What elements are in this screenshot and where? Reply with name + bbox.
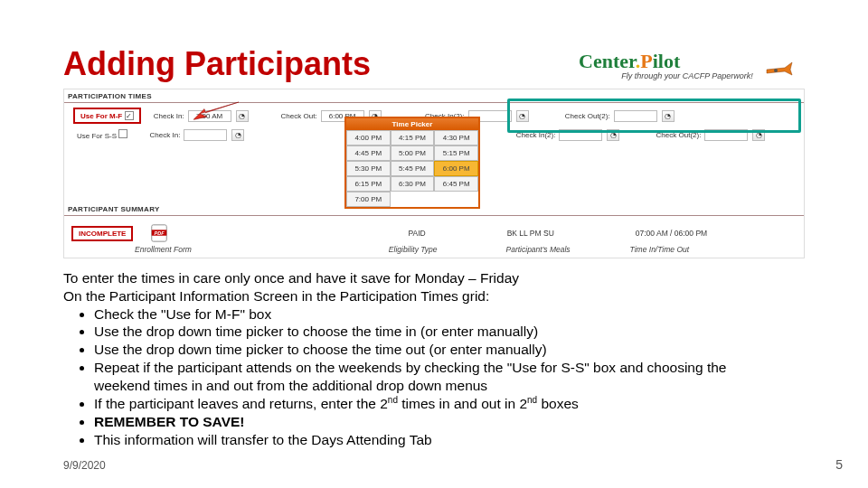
timeinout-value: 07:00 AM / 06:00 PM: [636, 229, 707, 238]
footer-page-number: 5: [835, 457, 843, 472]
enroll-col: Enrollment Form: [135, 245, 192, 254]
use-mf-label: Use For M-F: [80, 112, 122, 120]
time-picker-cell[interactable]: 5:15 PM: [434, 145, 478, 161]
time-picker-cell[interactable]: 4:30 PM: [434, 130, 478, 145]
clock-icon[interactable]: ◔: [231, 129, 244, 141]
time-picker-cell[interactable]: 6:45 PM: [434, 176, 478, 192]
svg-point-0: [774, 69, 778, 72]
app-screenshot: PARTICIPATION TIMES Use For M-F ✓ Check …: [63, 89, 805, 258]
use-mf-checkbox[interactable]: ✓: [125, 111, 134, 120]
slide: Adding Participants Center.Pilot Fly thr…: [0, 0, 868, 488]
highlight-box: [507, 99, 801, 133]
time-picker-cell[interactable]: 6:00 PM: [434, 161, 478, 176]
meals-value: BK LL PM SU: [507, 229, 554, 238]
checkout-label-1: Check Out:: [278, 112, 317, 120]
pdf-icon[interactable]: PDF: [149, 223, 169, 243]
time-picker-cell[interactable]: 7:00 PM: [346, 192, 391, 207]
bullet-6: REMEMBER TO SAVE!: [94, 413, 805, 431]
bullet-2: Use the drop down time picker to choose …: [94, 323, 805, 341]
svg-text:PDF: PDF: [155, 230, 165, 236]
time-picker-cell[interactable]: 5:45 PM: [391, 161, 435, 176]
time-picker-cell[interactable]: 5:30 PM: [346, 161, 391, 176]
time-picker-cell[interactable]: 4:45 PM: [346, 145, 391, 161]
bullet-5: If the participant leaves and returns, e…: [94, 395, 805, 413]
footer-date: 9/9/2020: [63, 459, 106, 472]
timeinout-col: Time In/Time Out: [630, 245, 690, 254]
status-incomplete: INCOMPLETE: [71, 226, 133, 241]
use-ss-checkbox[interactable]: [118, 129, 127, 138]
bullet-1: Check the "Use for M-F" box: [94, 305, 805, 324]
checkin-label-2: Check In:: [140, 131, 180, 139]
paid-label: PAID: [408, 229, 425, 238]
brand-logo: Center.Pilot Fly through your CACFP Pape…: [579, 50, 796, 86]
time-picker-title: Time Picker: [346, 118, 478, 130]
time-picker-cell[interactable]: 4:00 PM: [346, 130, 391, 145]
time-picker-cell[interactable]: 5:00 PM: [391, 145, 435, 161]
logo-part-p: P: [640, 50, 652, 72]
time-picker-cell[interactable]: 4:15 PM: [391, 130, 435, 145]
logo-part-ilot: ilot: [653, 50, 681, 72]
instr-line-2: On the Participant Information Screen in…: [63, 287, 805, 305]
meals-col: Participant's Meals: [506, 245, 571, 254]
elig-col: Eligibility Type: [389, 245, 438, 254]
plane-icon: [765, 57, 796, 79]
instructions: To enter the times in care only once and…: [63, 269, 805, 448]
time-picker[interactable]: Time Picker 4:00 PM4:15 PM4:30 PM4:45 PM…: [344, 117, 480, 209]
checkin-label-1: Check In:: [145, 112, 184, 120]
bullet-4: Repeat if the participant attends on the…: [94, 359, 805, 395]
time-picker-cell[interactable]: 6:30 PM: [391, 176, 435, 192]
bullet-3: Use the drop down time picker to choose …: [94, 341, 805, 359]
use-mf-box: Use For M-F ✓: [73, 108, 141, 124]
logo-part-center: Center: [579, 50, 636, 72]
bullet-7: This information will transfer to the Da…: [94, 431, 805, 449]
time-picker-cell[interactable]: 6:15 PM: [346, 176, 391, 192]
instr-line-1: To enter the times in care only once and…: [63, 269, 805, 287]
use-ss-label: Use For S-S: [77, 132, 117, 140]
checkin-field-ss[interactable]: [184, 129, 227, 141]
